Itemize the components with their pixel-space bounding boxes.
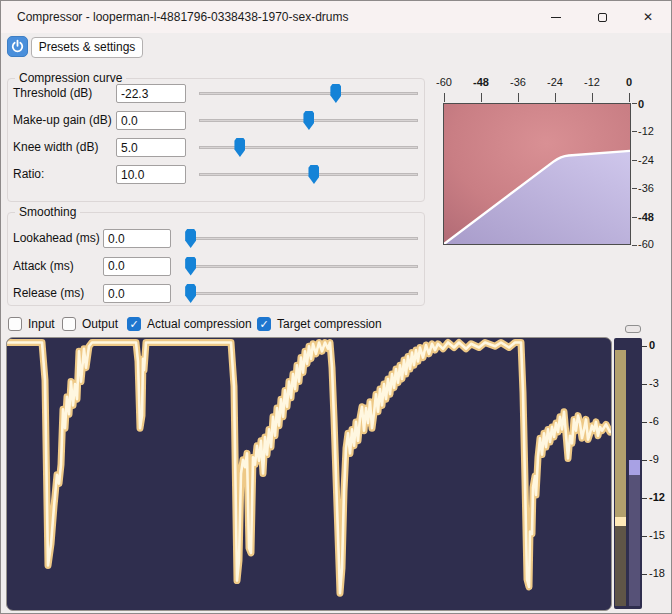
param-value-input[interactable] (103, 257, 171, 276)
checkbox-label: Actual compression (147, 317, 252, 331)
param-slider[interactable] (186, 284, 418, 303)
input-checkbox[interactable]: Input (8, 315, 55, 332)
param-value-input[interactable] (103, 284, 171, 303)
meter-scale-label: -9 (649, 453, 659, 465)
checkbox-label: Output (82, 317, 118, 331)
x-axis-tick (444, 93, 445, 102)
slider-thumb[interactable] (308, 165, 319, 184)
x-axis-tick (592, 93, 593, 102)
x-axis-tick-label: 0 (611, 76, 647, 88)
slider-thumb[interactable] (303, 111, 314, 130)
target-compression-checkbox[interactable]: ✓Target compression (257, 315, 382, 332)
window-controls: ✕ (533, 1, 671, 33)
param-label: Threshold (dB) (13, 84, 92, 103)
meter-scale-label: -15 (649, 529, 665, 541)
x-axis-tick-label: -12 (574, 76, 610, 88)
meter-bar-segment (629, 460, 640, 475)
x-axis-tick-label: -24 (537, 76, 573, 88)
meter-bar-segment (615, 526, 626, 606)
control-row: Release (ms) (7, 284, 425, 303)
gain-reduction-svg (7, 338, 611, 610)
param-slider[interactable] (186, 229, 418, 248)
compression-curve-svg (444, 104, 630, 244)
presets-settings-button[interactable]: Presets & settings (31, 37, 143, 58)
param-label: Make-up gain (dB) (13, 111, 112, 130)
check-icon[interactable]: ✓ (127, 317, 141, 331)
close-icon: ✕ (643, 11, 653, 23)
slider-track (186, 265, 418, 268)
param-slider[interactable] (186, 257, 418, 276)
slider-thumb[interactable] (185, 257, 196, 276)
minimize-icon (551, 17, 561, 18)
y-axis-tick (632, 217, 637, 218)
y-axis-tick-label: -36 (638, 182, 654, 194)
actual-compression-checkbox[interactable]: ✓Actual compression (127, 315, 252, 332)
param-label: Release (ms) (13, 284, 84, 303)
param-slider[interactable] (199, 111, 418, 130)
slider-thumb[interactable] (234, 138, 245, 157)
smoothing-rows: Lookahead (ms)Attack (ms)Release (ms) (7, 205, 425, 306)
param-label: Knee width (dB) (13, 138, 98, 157)
slider-thumb[interactable] (330, 84, 341, 103)
checkbox-box[interactable] (8, 317, 22, 331)
checkbox-label: Target compression (277, 317, 382, 331)
meter-scale-tick (642, 536, 647, 537)
param-value-input[interactable] (116, 111, 186, 130)
slider-track (199, 146, 418, 149)
x-axis-tick (555, 93, 556, 102)
bypass-power-button[interactable] (7, 36, 28, 57)
meter-scale-label: -3 (649, 377, 659, 389)
slider-track (199, 92, 418, 95)
param-value-input[interactable] (116, 165, 186, 184)
y-axis-tick-label: -60 (638, 238, 654, 250)
minimize-button[interactable] (533, 1, 579, 33)
slider-track (186, 237, 418, 240)
window-title: Compressor - looperman-l-4881796-0338438… (17, 1, 349, 33)
param-value-input[interactable] (116, 138, 186, 157)
compression-rows: Threshold (dB)Make-up gain (dB)Knee widt… (7, 71, 425, 202)
param-slider[interactable] (199, 138, 418, 157)
x-axis-tick (481, 93, 482, 102)
slider-thumb[interactable] (185, 284, 196, 303)
meter-scale-label: 0 (649, 339, 655, 351)
param-slider[interactable] (199, 165, 418, 184)
control-row: Threshold (dB) (7, 84, 425, 103)
control-row: Knee width (dB) (7, 138, 425, 157)
y-axis-tick (632, 103, 637, 104)
meter-bar-segment (629, 475, 640, 606)
meter-bar-segment (615, 350, 626, 517)
meter-scale-label: -6 (649, 415, 659, 427)
x-axis-tick (518, 93, 519, 102)
param-value-input[interactable] (103, 229, 171, 248)
y-axis-tick-label: -12 (638, 125, 654, 137)
y-axis-tick-label: -48 (638, 211, 654, 223)
meter-scale-label: -12 (649, 491, 665, 503)
checkbox-label: Input (28, 317, 55, 331)
control-row: Make-up gain (dB) (7, 111, 425, 130)
meter-scale-tick (642, 574, 647, 575)
compression-curve-plot (443, 103, 631, 245)
meter-bar-segment (615, 517, 626, 526)
check-icon[interactable]: ✓ (257, 317, 271, 331)
meter-scale-tick (642, 346, 647, 347)
x-axis-tick-label: -36 (500, 76, 536, 88)
checkbox-box[interactable] (62, 317, 76, 331)
output-checkbox[interactable]: Output (62, 315, 118, 332)
target-compression-trace (8, 343, 610, 594)
meter-scale-tick (642, 460, 647, 461)
level-meter (614, 338, 642, 609)
slider-thumb[interactable] (185, 229, 196, 248)
gain-reduction-display (6, 337, 612, 611)
param-slider[interactable] (199, 84, 418, 103)
param-value-input[interactable] (116, 84, 186, 103)
meter-scale-tick (642, 498, 647, 499)
display-toggles: InputOutput✓Actual compression✓Target co… (1, 315, 431, 332)
param-label: Lookahead (ms) (13, 229, 100, 248)
compressor-window: Compressor - looperman-l-4881796-0338438… (0, 0, 672, 614)
power-icon (10, 39, 25, 54)
x-axis-tick-label: -48 (463, 76, 499, 88)
meter-scale-label: -18 (649, 567, 665, 579)
close-button[interactable]: ✕ (625, 1, 671, 33)
meter-scale-handle[interactable] (625, 325, 641, 333)
maximize-button[interactable] (579, 1, 625, 33)
